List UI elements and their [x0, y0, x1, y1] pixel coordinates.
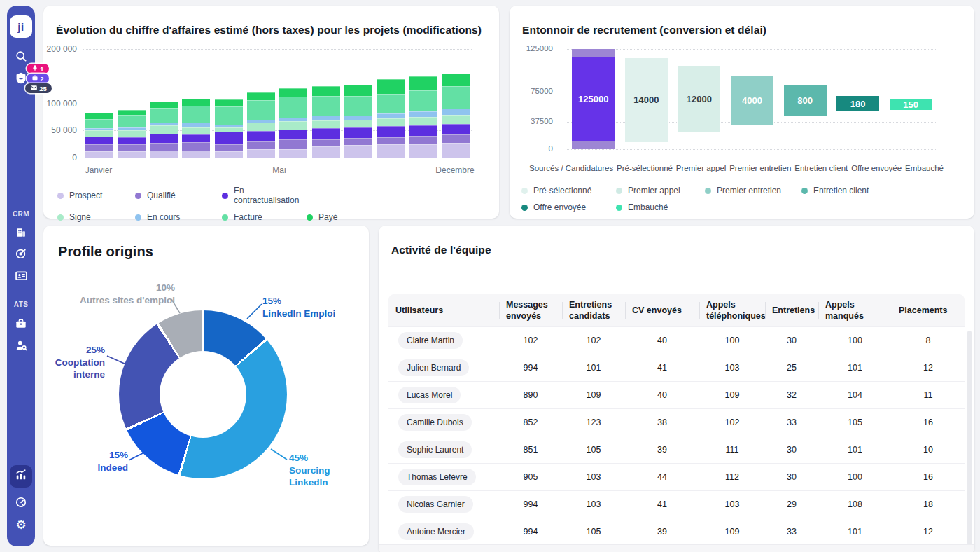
revenue-bar-octobre[interactable]	[377, 79, 405, 158]
user-name-pill[interactable]: Antoine Mercier	[398, 523, 474, 540]
legend-item-funnel[interactable]: Pré-sélectionné	[522, 186, 616, 195]
sidebar-item-performance[interactable]	[13, 495, 29, 512]
column-header-8[interactable]: Placements	[892, 305, 965, 316]
legend-item-revenue[interactable]: Payé	[307, 212, 337, 222]
revenue-bar-novembre[interactable]	[410, 76, 438, 158]
app-logo[interactable]: ji	[10, 15, 32, 38]
donut-hole	[160, 351, 246, 438]
table-row: Sophie Laurent851105391113010110	[388, 436, 965, 463]
funnel-stage-label: Premier appel	[676, 164, 727, 172]
metric-cell: 100	[699, 336, 765, 345]
revenue-bar-mai[interactable]	[215, 99, 243, 158]
sidebar-item-candidates[interactable]	[13, 338, 29, 355]
notification-badge-0[interactable]: 1	[27, 64, 49, 74]
sidebar-group-label-crm: CRM	[7, 210, 35, 218]
bar-segment	[215, 132, 243, 145]
funnel-bar-6[interactable]: 180	[836, 96, 879, 111]
revenue-chart-title: Évolution du chiffre d'affaires estimé (…	[56, 24, 482, 36]
metric-cell: 111	[699, 445, 765, 455]
legend-label: Embauché	[628, 202, 668, 212]
donut-label-pct: 10%	[80, 282, 175, 294]
revenue-bar-février[interactable]	[118, 110, 146, 158]
building-icon	[14, 226, 28, 242]
header-divider	[699, 302, 700, 319]
user-name-pill[interactable]: Camille Dubois	[398, 414, 472, 431]
column-header-7[interactable]: Appels manqués	[818, 299, 892, 322]
legend-item-funnel[interactable]: Entretien client	[802, 186, 869, 195]
user-name-pill[interactable]: Sophie Laurent	[398, 441, 472, 458]
legend-item-funnel[interactable]: Embauché	[616, 202, 705, 212]
sidebar-item-jobs[interactable]	[13, 317, 29, 333]
table-row: Nicolas Garnier994103411032910818	[388, 490, 965, 518]
donut-label-pct: 45%	[289, 452, 369, 464]
user-name-pill[interactable]: Lucas Morel	[398, 387, 461, 403]
donut-label-name: Indeed	[97, 462, 128, 474]
metric-cell: 101	[818, 527, 892, 537]
funnel-chart-plot: 12500014000120004000800180150	[567, 49, 937, 149]
metric-cell: 102	[499, 336, 562, 345]
user-name-pill[interactable]: Nicolas Garnier	[398, 496, 473, 513]
funnel-bar-2[interactable]: 14000	[625, 58, 668, 142]
briefcase-icon	[14, 317, 28, 333]
legend-item-funnel[interactable]: Offre envoyée	[522, 202, 616, 212]
sidebar-item-settings[interactable]: ⚙	[13, 516, 29, 533]
bar-segment	[442, 86, 470, 109]
legend-item-revenue[interactable]: Facturé	[222, 212, 307, 222]
column-header-6[interactable]: Entretiens	[765, 305, 818, 316]
funnel-bar-3[interactable]: 12000	[678, 66, 720, 132]
bar-segment	[279, 121, 307, 130]
metric-cell: 123	[562, 418, 625, 427]
sidebar-item-companies[interactable]	[13, 226, 29, 242]
revenue-bar-décembre[interactable]	[442, 74, 470, 158]
y-axis-tick: 200 000	[47, 44, 77, 54]
user-name-pill[interactable]: Thomas Lefèvre	[398, 469, 476, 485]
notification-badge-2[interactable]: 25	[25, 83, 52, 93]
metric-cell: 994	[499, 499, 562, 509]
sidebar-item-analytics[interactable]	[10, 465, 32, 488]
bar-segment	[247, 149, 275, 158]
user-name-pill[interactable]: Julien Bernard	[398, 359, 469, 376]
funnel-value-label: 150	[903, 99, 918, 110]
revenue-bar-juin[interactable]	[247, 92, 275, 158]
legend-item-funnel[interactable]: Premier entretien	[705, 186, 802, 195]
sidebar-item-contacts[interactable]	[13, 268, 29, 285]
legend-item-revenue[interactable]: En cours	[135, 212, 222, 222]
legend-item-revenue[interactable]: Signé	[57, 212, 135, 222]
user-name-pill[interactable]: Claire Martin	[398, 332, 463, 349]
sidebar-item-targets[interactable]	[13, 247, 29, 263]
revenue-bar-août[interactable]	[312, 86, 340, 158]
column-header-4[interactable]: CV envoyés	[625, 305, 699, 316]
funnel-stage-label: Sourcés / Candidatures	[529, 164, 613, 172]
revenue-bar-septembre[interactable]	[344, 85, 372, 158]
funnel-bar-5[interactable]: 800	[784, 85, 827, 116]
legend-label: En cours	[147, 212, 180, 222]
funnel-bar-1[interactable]: 125000	[572, 49, 615, 149]
bar-segment	[410, 90, 438, 111]
bar-segment	[312, 116, 340, 120]
revenue-bar-mars[interactable]	[150, 102, 178, 158]
header-divider	[625, 302, 626, 319]
funnel-bar-7[interactable]: 150	[890, 99, 932, 110]
notification-badge-1[interactable]: 2	[27, 74, 49, 83]
bar-segment	[377, 79, 405, 93]
table-scrollbar[interactable]	[967, 331, 972, 545]
revenue-bar-avril[interactable]	[182, 99, 210, 158]
metric-cell: 39	[625, 445, 699, 455]
column-header-5[interactable]: Appels téléphoniques	[699, 299, 765, 322]
funnel-bar-4[interactable]: 4000	[731, 76, 774, 125]
legend-item-revenue[interactable]: En contractualisation	[222, 186, 307, 205]
sidebar-item-search[interactable]	[13, 49, 29, 66]
revenue-bar-juillet[interactable]	[279, 88, 307, 158]
bar-segment	[182, 106, 210, 123]
profile-origins-donut[interactable]	[119, 310, 287, 478]
column-header-1[interactable]: Utilisateurs	[388, 305, 499, 316]
gridline	[567, 149, 937, 150]
legend-item-funnel[interactable]: Premier appel	[616, 186, 705, 195]
legend-item-revenue[interactable]: Prospect	[57, 186, 135, 205]
column-header-3[interactable]: Entretiens candidats	[562, 299, 625, 322]
legend-item-revenue[interactable]: Qualifié	[135, 186, 222, 205]
bar-segment	[150, 102, 178, 108]
revenue-bar-janvier[interactable]	[85, 113, 113, 158]
column-header-2[interactable]: Messages envoyés	[499, 299, 562, 322]
header-divider	[765, 302, 766, 319]
